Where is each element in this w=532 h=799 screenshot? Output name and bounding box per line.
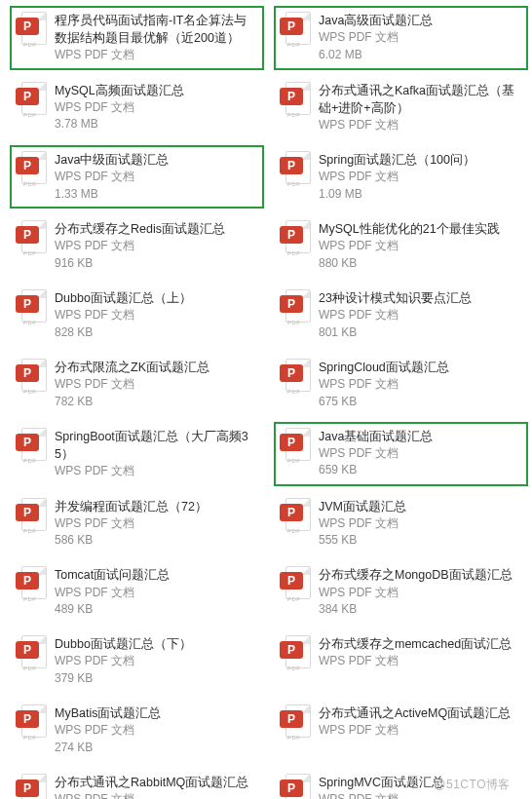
file-meta: 分布式通讯之Kafka面试题汇总（基础+进阶+高阶）WPS PDF 文档 <box>319 82 522 134</box>
file-item[interactable]: PPDFJava基础面试题汇总WPS PDF 文档659 KB <box>274 422 528 486</box>
file-item[interactable]: PPDFSpringBoot面试题汇总（大厂高频35）WPS PDF 文档 <box>10 422 264 486</box>
file-size: 379 KB <box>55 670 258 687</box>
file-size: 880 KB <box>319 255 522 272</box>
file-meta: Java基础面试题汇总WPS PDF 文档659 KB <box>319 428 522 479</box>
pdf-file-icon: PPDF <box>280 359 311 396</box>
file-size: 384 KB <box>319 601 522 618</box>
file-meta: MyBatis面试题汇总WPS PDF 文档274 KB <box>55 704 258 756</box>
file-name: Dubbo面试题汇总（下） <box>55 635 258 653</box>
file-name: 程序员代码面试指南-IT名企算法与数据结构题目最优解（近200道） <box>55 12 258 47</box>
file-type: WPS PDF 文档 <box>319 515 522 532</box>
pdf-file-icon: PPDF <box>16 289 47 326</box>
file-item[interactable]: PPDFJava高级面试题汇总WPS PDF 文档6.02 MB <box>274 6 528 70</box>
file-type: WPS PDF 文档 <box>319 585 522 601</box>
file-meta: 分布式通讯之RabbitMQ面试题汇总WPS PDF 文档 <box>55 774 258 799</box>
pdf-file-icon: PPDF <box>280 635 311 672</box>
file-type: WPS PDF 文档 <box>55 99 258 116</box>
file-item[interactable]: PPDFSpring面试题汇总（100问）WPS PDF 文档1.09 MB <box>274 145 528 209</box>
file-name: SpringBoot面试题汇总（大厂高频35） <box>55 428 258 463</box>
file-meta: 并发编程面试题汇总（72）WPS PDF 文档586 KB <box>55 498 258 550</box>
file-meta: Dubbo面试题汇总（下）WPS PDF 文档379 KB <box>55 635 258 687</box>
pdf-file-icon: PPDF <box>280 428 311 465</box>
file-item[interactable]: PPDFJVM面试题汇总WPS PDF 文档555 KB <box>274 492 528 555</box>
file-item[interactable]: PPDF分布式通讯之ActiveMQ面试题汇总WPS PDF 文档 <box>274 699 528 762</box>
file-name: MyBatis面试题汇总 <box>55 704 258 722</box>
file-item[interactable]: PPDFDubbo面试题汇总（下）WPS PDF 文档379 KB <box>10 629 264 693</box>
file-item[interactable]: PPDF分布式缓存之MongoDB面试题汇总WPS PDF 文档384 KB <box>274 560 528 624</box>
file-item[interactable]: PPDFSpringCloud面试题汇总WPS PDF 文档675 KB <box>274 353 528 416</box>
file-size: 659 KB <box>319 462 522 478</box>
file-type: WPS PDF 文档 <box>319 307 522 323</box>
pdf-file-icon: PPDF <box>16 82 47 119</box>
file-item[interactable]: PPDFMyBatis面试题汇总WPS PDF 文档274 KB <box>10 699 264 762</box>
pdf-file-icon: PPDF <box>280 566 311 603</box>
file-meta: JVM面试题汇总WPS PDF 文档555 KB <box>319 498 522 550</box>
file-name: 分布式通讯之RabbitMQ面试题汇总 <box>55 774 258 791</box>
pdf-file-icon: PPDF <box>280 151 311 188</box>
file-name: JVM面试题汇总 <box>319 498 522 515</box>
pdf-file-icon: PPDF <box>280 289 311 326</box>
file-item[interactable]: PPDF并发编程面试题汇总（72）WPS PDF 文档586 KB <box>10 492 264 555</box>
pdf-file-icon: PPDF <box>16 359 47 396</box>
file-name: 分布式缓存之memcached面试汇总 <box>319 635 522 653</box>
file-type: WPS PDF 文档 <box>55 791 258 799</box>
file-size: 916 KB <box>55 255 258 272</box>
file-size: 1.33 MB <box>55 186 258 203</box>
file-meta: 分布式限流之ZK面试题汇总WPS PDF 文档782 KB <box>55 359 258 410</box>
pdf-file-icon: PPDF <box>16 704 47 742</box>
file-meta: SpringBoot面试题汇总（大厂高频35）WPS PDF 文档 <box>55 428 258 480</box>
pdf-file-icon: PPDF <box>280 82 311 119</box>
file-list-scroll[interactable]: PPDF程序员代码面试指南-IT名企算法与数据结构题目最优解（近200道）WPS… <box>0 0 532 799</box>
file-meta: 分布式缓存之MongoDB面试题汇总WPS PDF 文档384 KB <box>319 566 522 618</box>
file-item[interactable]: PPDFSpringMVC面试题汇总WPS PDF 文档185 KB <box>274 768 528 799</box>
pdf-file-icon: PPDF <box>16 12 47 49</box>
file-item[interactable]: PPDFTomcat面试问题汇总WPS PDF 文档489 KB <box>10 560 264 624</box>
file-size: 782 KB <box>55 394 258 410</box>
file-item[interactable]: PPDFMySQL高频面试题汇总WPS PDF 文档3.78 MB <box>10 76 264 140</box>
file-item[interactable]: PPDF分布式限流之ZK面试题汇总WPS PDF 文档782 KB <box>10 353 264 416</box>
file-meta: 分布式缓存之Redis面试题汇总WPS PDF 文档916 KB <box>55 220 258 272</box>
file-type: WPS PDF 文档 <box>55 653 258 669</box>
pdf-file-icon: PPDF <box>16 498 47 535</box>
pdf-file-icon: PPDF <box>16 566 47 603</box>
file-item[interactable]: PPDF程序员代码面试指南-IT名企算法与数据结构题目最优解（近200道）WPS… <box>10 6 264 70</box>
file-item[interactable]: PPDFJava中级面试题汇总WPS PDF 文档1.33 MB <box>10 145 264 209</box>
file-meta: Spring面试题汇总（100问）WPS PDF 文档1.09 MB <box>319 151 522 203</box>
file-type: WPS PDF 文档 <box>55 722 258 739</box>
file-type: WPS PDF 文档 <box>55 238 258 254</box>
file-name: 分布式通讯之Kafka面试题汇总（基础+进阶+高阶） <box>319 82 522 117</box>
pdf-file-icon: PPDF <box>280 498 311 535</box>
file-name: Java基础面试题汇总 <box>319 428 522 445</box>
file-type: WPS PDF 文档 <box>55 515 258 532</box>
file-meta: 23种设计模式知识要点汇总WPS PDF 文档801 KB <box>319 289 522 341</box>
file-name: Spring面试题汇总（100问） <box>319 151 522 169</box>
file-item[interactable]: PPDFDubbo面试题汇总（上）WPS PDF 文档828 KB <box>10 284 264 347</box>
file-type: WPS PDF 文档 <box>319 117 522 133</box>
pdf-file-icon: PPDF <box>16 428 47 465</box>
pdf-file-icon: PPDF <box>280 12 311 49</box>
file-size: 6.02 MB <box>319 47 522 63</box>
file-type: WPS PDF 文档 <box>319 653 522 669</box>
file-meta: Java中级面试题汇总WPS PDF 文档1.33 MB <box>55 151 258 203</box>
file-item[interactable]: PPDF分布式缓存之Redis面试题汇总WPS PDF 文档916 KB <box>10 214 264 278</box>
file-name: MySQL性能优化的21个最佳实践 <box>319 220 522 238</box>
file-item[interactable]: PPDF分布式通讯之Kafka面试题汇总（基础+进阶+高阶）WPS PDF 文档 <box>274 76 528 140</box>
file-size: 586 KB <box>55 532 258 549</box>
pdf-file-icon: PPDF <box>16 151 47 188</box>
file-item[interactable]: PPDF23种设计模式知识要点汇总WPS PDF 文档801 KB <box>274 284 528 347</box>
pdf-file-icon: PPDF <box>280 704 311 742</box>
file-item[interactable]: PPDF分布式通讯之RabbitMQ面试题汇总WPS PDF 文档 <box>10 768 264 799</box>
file-name: 分布式限流之ZK面试题汇总 <box>55 359 258 376</box>
file-grid: PPDF程序员代码面试指南-IT名企算法与数据结构题目最优解（近200道）WPS… <box>10 6 528 799</box>
file-size: 1.09 MB <box>319 186 522 203</box>
file-item[interactable]: PPDF分布式缓存之memcached面试汇总WPS PDF 文档 <box>274 629 528 693</box>
file-item[interactable]: PPDFMySQL性能优化的21个最佳实践WPS PDF 文档880 KB <box>274 214 528 278</box>
file-meta: MySQL性能优化的21个最佳实践WPS PDF 文档880 KB <box>319 220 522 272</box>
file-type: WPS PDF 文档 <box>319 722 522 739</box>
file-type: WPS PDF 文档 <box>319 238 522 254</box>
file-name: Java高级面试题汇总 <box>319 12 522 29</box>
file-name: SpringMVC面试题汇总 <box>319 774 522 791</box>
file-meta: 分布式缓存之memcached面试汇总WPS PDF 文档 <box>319 635 522 670</box>
file-meta: Tomcat面试问题汇总WPS PDF 文档489 KB <box>55 566 258 618</box>
file-meta: Java高级面试题汇总WPS PDF 文档6.02 MB <box>319 12 522 63</box>
